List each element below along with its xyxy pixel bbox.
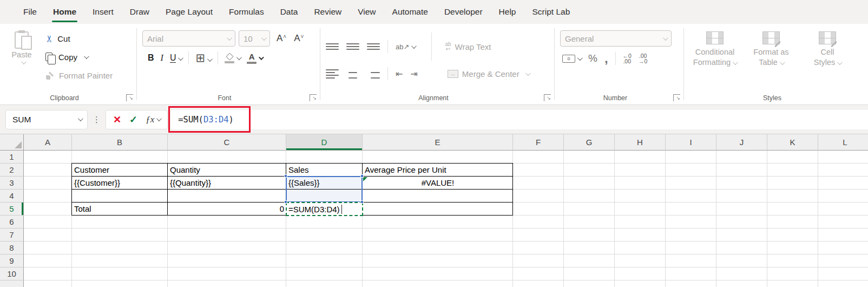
row-header-9[interactable]: 9 (0, 255, 24, 268)
conditional-formatting-button[interactable]: ConditionalFormatting (689, 31, 740, 90)
select-all-corner[interactable] (0, 134, 24, 151)
cell-D2[interactable]: Sales (286, 164, 363, 177)
copy-button[interactable]: Copy (45, 49, 113, 65)
column-header-K[interactable]: K (767, 134, 818, 151)
tab-script-lab[interactable]: Script Lab (524, 0, 578, 24)
bold-button[interactable]: B (148, 53, 154, 63)
accounting-format-button[interactable]: ¤ (562, 55, 581, 63)
font-color-button[interactable]: A (247, 53, 262, 64)
tab-automate[interactable]: Automate (384, 0, 436, 24)
row-header-1[interactable]: 1 (0, 151, 24, 164)
tab-insert[interactable]: Insert (84, 0, 122, 24)
comma-style-button[interactable]: , (604, 56, 608, 61)
fill-color-button[interactable] (225, 53, 240, 63)
cell-C3[interactable]: {{Quantity}} (168, 177, 286, 190)
name-box[interactable]: SUM (5, 110, 88, 129)
enter-button[interactable]: ✓ (129, 114, 137, 126)
tab-page-layout[interactable]: Page Layout (157, 0, 221, 24)
row-header-10[interactable]: 10 (0, 268, 24, 281)
editing-cell-D5[interactable]: =SUM(D3:D4) (286, 202, 363, 216)
cell-C5[interactable]: 0 (168, 203, 286, 216)
italic-button[interactable]: I (161, 53, 163, 63)
row-header-3[interactable]: 3 (0, 177, 24, 190)
column-header-F[interactable]: F (513, 134, 564, 151)
formula-range-selection[interactable] (286, 176, 363, 203)
tab-help[interactable]: Help (491, 0, 524, 24)
tab-developer[interactable]: Developer (436, 0, 491, 24)
decrease-indent-button[interactable]: ⇤ (396, 69, 403, 79)
cell-B3[interactable]: {{Customer}} (72, 177, 168, 190)
tab-review[interactable]: Review (306, 0, 350, 24)
underline-button[interactable]: U (170, 53, 182, 63)
column-header-B[interactable]: B (72, 134, 168, 151)
formula-input[interactable]: =SUM(D3:D4) (171, 110, 868, 129)
selection-handle[interactable] (360, 174, 364, 178)
format-painter-button[interactable]: Format Painter (45, 67, 113, 83)
cell-B5[interactable]: Total (72, 203, 168, 216)
column-header-L[interactable]: L (818, 134, 868, 151)
font-dialog-launcher-icon[interactable]: ↘ (310, 94, 317, 101)
top-align-button[interactable] (326, 43, 339, 50)
cut-button[interactable]: ✂ Cut (45, 30, 113, 47)
tab-view[interactable]: View (350, 0, 384, 24)
column-header-C[interactable]: C (168, 134, 286, 151)
row-header-7[interactable]: 7 (0, 229, 24, 242)
cell-E3[interactable]: #VALUE! (363, 177, 513, 190)
alignment-dialog-launcher-icon[interactable]: ↘ (544, 94, 551, 101)
spreadsheet-grid: ABCDEFGHIJKL12345678910CustomerQuantityS… (0, 134, 868, 287)
row-header-8[interactable]: 8 (0, 242, 24, 255)
cell-C2[interactable]: Quantity (168, 164, 286, 177)
tab-draw[interactable]: Draw (122, 0, 157, 24)
tab-home[interactable]: Home (45, 0, 84, 24)
row-header-2[interactable]: 2 (0, 164, 24, 177)
gridline-h (24, 267, 868, 268)
middle-align-button[interactable] (346, 43, 359, 50)
paste-button[interactable]: Paste (5, 30, 38, 90)
bottom-align-button[interactable] (367, 43, 380, 50)
align-right-button[interactable] (367, 69, 380, 79)
column-header-A[interactable]: A (24, 134, 72, 151)
chevron-down-icon (733, 60, 738, 65)
column-header-E[interactable]: E (363, 134, 513, 151)
selection-handle[interactable] (360, 200, 364, 204)
wrap-text-button[interactable]: ab↩ Wrap Text (445, 42, 491, 51)
selection-handle[interactable] (284, 200, 287, 204)
borders-button[interactable]: ⊞ (195, 53, 211, 64)
cell-styles-button[interactable]: CellStyles (802, 31, 853, 90)
font-name-select[interactable]: Arial (142, 30, 235, 47)
column-header-I[interactable]: I (666, 134, 716, 151)
number-format-select[interactable]: General (560, 30, 672, 47)
orientation-button[interactable]: ab↗ (396, 43, 415, 51)
formula-bar-drag-handle[interactable]: ⋮ (93, 115, 101, 125)
row-header-5[interactable]: 5 (0, 203, 24, 216)
selection-handle[interactable] (284, 174, 287, 178)
tab-file[interactable]: File (15, 0, 45, 24)
font-size-select[interactable]: 10 (239, 30, 270, 47)
insert-function-button[interactable]: ƒx (146, 114, 160, 125)
column-header-G[interactable]: G (564, 134, 615, 151)
tab-formulas[interactable]: Formulas (221, 0, 272, 24)
number-dialog-launcher-icon[interactable]: ↘ (673, 94, 680, 101)
format-as-table-button[interactable]: Format asTable (746, 31, 797, 90)
row-header-4[interactable]: 4 (0, 190, 24, 203)
decrease-font-size-button[interactable]: A˅ (294, 33, 304, 44)
increase-font-size-button[interactable]: A˄ (277, 33, 286, 44)
increase-indent-button[interactable]: ⇥ (410, 69, 417, 79)
increase-decimal-button[interactable]: ←0.00 (623, 53, 632, 64)
font-size-value: 10 (244, 34, 253, 43)
clipboard-dialog-launcher-icon[interactable]: ↘ (126, 94, 133, 101)
align-left-button[interactable] (326, 69, 339, 79)
merge-center-button[interactable]: ↔ Merge & Center (448, 69, 529, 79)
cell-B2[interactable]: Customer (72, 164, 168, 177)
column-header-J[interactable]: J (716, 134, 767, 151)
column-header-D[interactable]: D (286, 134, 363, 151)
tab-data[interactable]: Data (272, 0, 306, 24)
row-header-6[interactable]: 6 (0, 216, 24, 229)
cell-E2[interactable]: Average Price per Unit (363, 164, 513, 177)
align-center-button[interactable] (346, 69, 359, 79)
cancel-button[interactable]: ✕ (113, 114, 121, 126)
decrease-decimal-button[interactable]: .00→0 (639, 53, 647, 64)
column-header-H[interactable]: H (615, 134, 666, 151)
percent-style-button[interactable]: % (588, 53, 597, 64)
row-header-11[interactable] (0, 281, 24, 287)
